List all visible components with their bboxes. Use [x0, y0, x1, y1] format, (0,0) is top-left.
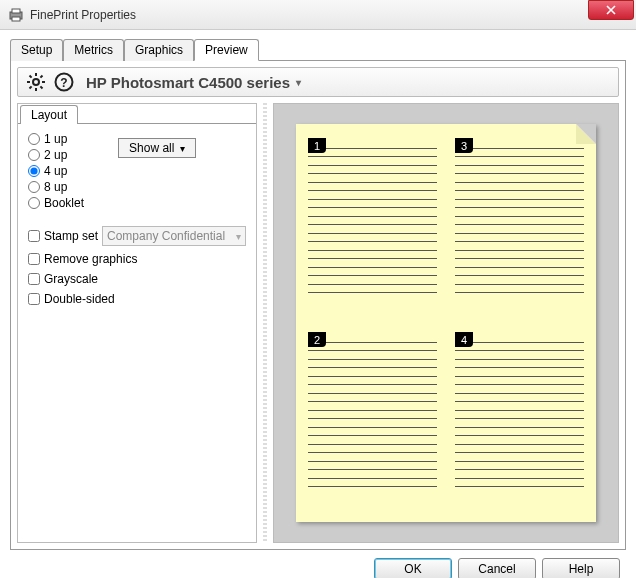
tab-metrics[interactable]: Metrics [63, 39, 124, 61]
close-button[interactable] [588, 0, 634, 20]
radio-2up-label: 2 up [44, 148, 67, 162]
svg-line-10 [30, 76, 32, 78]
main-split: Layout 1 up 2 up 4 up [17, 103, 619, 543]
show-all-button[interactable]: Show all ▾ [118, 138, 196, 158]
preview-mini-page: 3 [455, 138, 584, 314]
double-sided-checkbox[interactable] [28, 293, 40, 305]
grayscale-label: Grayscale [44, 272, 98, 286]
help-icon: ? [54, 72, 74, 92]
stamp-set-value: Company Confidential [107, 229, 225, 243]
chevron-down-icon: ▾ [180, 143, 185, 154]
cancel-button[interactable]: Cancel [458, 558, 536, 578]
tab-setup[interactable]: Setup [10, 39, 63, 61]
svg-text:?: ? [60, 76, 67, 90]
svg-line-12 [40, 76, 42, 78]
tab-layout[interactable]: Layout [20, 105, 78, 124]
radio-8up[interactable]: 8 up [28, 180, 84, 194]
svg-rect-1 [12, 9, 20, 13]
help-dialog-button[interactable]: Help [542, 558, 620, 578]
radio-4up[interactable]: 4 up [28, 164, 84, 178]
page-number-badge: 3 [455, 138, 473, 153]
double-sided-label: Double-sided [44, 292, 115, 306]
preview-mini-page: 4 [455, 332, 584, 508]
settings-button[interactable] [24, 70, 48, 94]
window-title: FinePrint Properties [30, 8, 588, 22]
help-button[interactable]: ? [52, 70, 76, 94]
radio-8up-label: 8 up [44, 180, 67, 194]
toolbar: ? HP Photosmart C4500 series ▾ [17, 67, 619, 97]
title-bar: FinePrint Properties [0, 0, 636, 30]
app-icon [8, 7, 24, 23]
gear-icon [26, 72, 46, 92]
grayscale-checkbox-row[interactable]: Grayscale [28, 272, 246, 286]
tab-panel-preview: ? HP Photosmart C4500 series ▾ Layout [10, 61, 626, 550]
tab-graphics[interactable]: Graphics [124, 39, 194, 61]
stamp-set-select[interactable]: Company Confidential ▾ [102, 226, 246, 246]
chevron-down-icon: ▾ [296, 77, 301, 88]
radio-1up[interactable]: 1 up [28, 132, 84, 146]
show-all-label: Show all [129, 141, 174, 155]
tab-bar: Setup Metrics Graphics Preview [10, 38, 626, 61]
ok-button[interactable]: OK [374, 558, 452, 578]
splitter-handle[interactable] [263, 103, 267, 543]
radio-2up[interactable]: 2 up [28, 148, 84, 162]
layout-panel: Layout 1 up 2 up 4 up [17, 103, 257, 543]
stamp-set-checkbox[interactable] [28, 230, 40, 242]
preview-mini-page: 2 [308, 332, 437, 508]
svg-line-13 [30, 86, 32, 88]
dialog-button-row: OK Cancel Help [10, 550, 626, 578]
page-number-badge: 4 [455, 332, 473, 347]
radio-booklet[interactable]: Booklet [28, 196, 84, 210]
chevron-down-icon: ▾ [236, 231, 241, 242]
radio-4up-label: 4 up [44, 164, 67, 178]
printer-selector[interactable]: HP Photosmart C4500 series ▾ [86, 74, 301, 91]
stamp-set-row: Stamp set Company Confidential ▾ [28, 226, 246, 246]
preview-page: 1 3 2 4 [296, 124, 596, 522]
svg-point-5 [33, 79, 39, 85]
printer-name-label: HP Photosmart C4500 series [86, 74, 290, 91]
radio-1up-label: 1 up [44, 132, 67, 146]
double-sided-checkbox-row[interactable]: Double-sided [28, 292, 246, 306]
stamp-set-label: Stamp set [44, 229, 98, 243]
remove-graphics-label: Remove graphics [44, 252, 137, 266]
page-number-badge: 2 [308, 332, 326, 347]
svg-line-11 [40, 86, 42, 88]
radio-booklet-label: Booklet [44, 196, 84, 210]
preview-mini-page: 1 [308, 138, 437, 314]
preview-pane: 1 3 2 4 [273, 103, 619, 543]
svg-rect-2 [12, 17, 20, 21]
grayscale-checkbox[interactable] [28, 273, 40, 285]
remove-graphics-checkbox-row[interactable]: Remove graphics [28, 252, 246, 266]
tab-preview[interactable]: Preview [194, 39, 259, 61]
remove-graphics-checkbox[interactable] [28, 253, 40, 265]
page-number-badge: 1 [308, 138, 326, 153]
